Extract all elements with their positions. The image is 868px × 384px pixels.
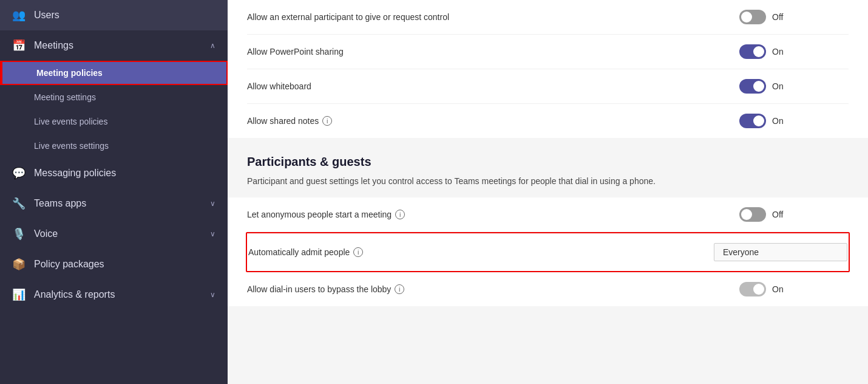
sidebar-label-live-events-settings: Live events settings	[34, 141, 215, 151]
setting-row-auto-admit: Automatically admit people i Everyone	[246, 232, 850, 272]
toggle-label-whiteboard: On	[772, 81, 790, 91]
toggle-thumb-external-participant	[741, 12, 752, 22]
auto-admit-dropdown[interactable]: Everyone	[714, 243, 847, 261]
sidebar-label-meetings: Meetings	[34, 40, 202, 51]
sidebar-item-analytics-reports[interactable]: 📊 Analytics & reports ∨	[0, 279, 228, 310]
setting-label-dialin-bypass: Allow dial-in users to bypass the lobby …	[247, 284, 727, 294]
participants-section-title: Participants & guests	[228, 138, 868, 175]
info-icon-anonymous-start[interactable]: i	[395, 210, 405, 219]
voice-icon: 🎙️	[12, 227, 25, 241]
setting-row-whiteboard: Allow whiteboard On	[247, 69, 849, 104]
setting-control-whiteboard: On	[739, 79, 849, 94]
toggle-thumb-anonymous-start	[741, 209, 752, 220]
setting-label-external-participant: Allow an external participant to give or…	[247, 12, 727, 22]
sidebar-label-users: Users	[34, 10, 215, 21]
sidebar-item-voice[interactable]: 🎙️ Voice ∨	[0, 219, 228, 249]
sidebar-label-meeting-settings: Meeting settings	[34, 92, 215, 102]
setting-row-anonymous-start: Let anonymous people start a meeting i O…	[247, 197, 849, 232]
sidebar-item-teams-apps[interactable]: 🔧 Teams apps ∨	[0, 188, 228, 219]
sidebar-item-messaging-policies[interactable]: 💬 Messaging policies	[0, 158, 228, 188]
chevron-down-analytics-icon: ∨	[210, 290, 215, 299]
teams-apps-icon: 🔧	[12, 197, 25, 210]
setting-control-external-participant: Off	[739, 10, 849, 24]
participants-section: Participants & guests Participant and gu…	[228, 138, 868, 306]
toggle-anonymous-start[interactable]	[739, 207, 766, 222]
sidebar-label-teams-apps: Teams apps	[34, 198, 202, 209]
sidebar-label-messaging-policies: Messaging policies	[34, 168, 215, 179]
toggle-label-shared-notes: On	[772, 116, 790, 126]
participants-card: Let anonymous people start a meeting i O…	[228, 197, 868, 306]
sidebar-item-live-events-policies[interactable]: Live events policies	[0, 109, 228, 134]
toggle-thumb-whiteboard	[753, 81, 764, 92]
setting-control-shared-notes: On	[739, 114, 849, 128]
sidebar-item-policy-packages[interactable]: 📦 Policy packages	[0, 249, 228, 279]
setting-row-external-participant: Allow an external participant to give or…	[247, 0, 849, 35]
setting-row-shared-notes: Allow shared notes i On	[247, 104, 849, 138]
toggle-external-participant[interactable]	[739, 10, 766, 24]
top-settings-card: Allow an external participant to give or…	[228, 0, 868, 138]
toggle-label-external-participant: Off	[772, 12, 790, 22]
setting-control-auto-admit: Everyone	[714, 243, 847, 261]
sidebar-item-users[interactable]: 👥 Users	[0, 0, 228, 30]
sidebar-item-meeting-policies[interactable]: Meeting policies	[0, 61, 228, 85]
toggle-label-powerpoint: On	[772, 47, 790, 57]
users-icon: 👥	[12, 9, 25, 22]
toggle-thumb-shared-notes	[753, 115, 764, 126]
policy-packages-icon: 📦	[12, 258, 25, 271]
chevron-up-icon: ∧	[210, 41, 215, 50]
info-icon-dialin-bypass[interactable]: i	[395, 284, 404, 294]
sidebar: 👥 Users 📅 Meetings ∧ Meeting policies Me…	[0, 0, 228, 384]
messaging-icon: 💬	[12, 166, 25, 180]
info-icon-auto-admit[interactable]: i	[353, 247, 363, 257]
setting-label-shared-notes: Allow shared notes i	[247, 116, 727, 126]
sidebar-item-meeting-settings[interactable]: Meeting settings	[0, 85, 228, 109]
analytics-icon: 📊	[12, 288, 25, 301]
meetings-icon: 📅	[12, 39, 25, 52]
setting-label-anonymous-start: Let anonymous people start a meeting i	[247, 210, 727, 219]
sidebar-label-live-events-policies: Live events policies	[34, 117, 215, 126]
setting-control-anonymous-start: Off	[739, 207, 849, 222]
chevron-down-teams-apps-icon: ∨	[210, 199, 215, 208]
toggle-powerpoint[interactable]	[739, 44, 766, 59]
setting-control-dialin-bypass: On	[739, 282, 849, 297]
setting-row-powerpoint: Allow PowerPoint sharing On	[247, 35, 849, 69]
toggle-thumb-dialin-bypass	[753, 284, 764, 295]
sidebar-item-live-events-settings[interactable]: Live events settings	[0, 134, 228, 158]
sidebar-label-meeting-policies: Meeting policies	[36, 68, 215, 78]
toggle-dialin-bypass[interactable]	[739, 282, 766, 297]
sidebar-label-voice: Voice	[34, 228, 202, 239]
setting-label-whiteboard: Allow whiteboard	[247, 81, 727, 91]
toggle-label-dialin-bypass: On	[772, 284, 790, 294]
setting-label-auto-admit: Automatically admit people i	[248, 247, 702, 257]
info-icon-shared-notes[interactable]: i	[322, 116, 332, 126]
sidebar-label-analytics-reports: Analytics & reports	[34, 289, 202, 300]
toggle-shared-notes[interactable]	[739, 114, 766, 128]
toggle-whiteboard[interactable]	[739, 79, 766, 94]
sidebar-label-policy-packages: Policy packages	[34, 259, 215, 270]
toggle-label-anonymous-start: Off	[772, 210, 790, 219]
setting-control-powerpoint: On	[739, 44, 849, 59]
participants-section-desc: Participant and guest settings let you c…	[228, 175, 868, 197]
setting-label-powerpoint: Allow PowerPoint sharing	[247, 47, 727, 57]
toggle-thumb-powerpoint	[753, 46, 764, 57]
main-content: Allow an external participant to give or…	[228, 0, 868, 384]
setting-row-dialin-bypass: Allow dial-in users to bypass the lobby …	[247, 272, 849, 306]
chevron-down-voice-icon: ∨	[210, 230, 215, 238]
sidebar-item-meetings[interactable]: 📅 Meetings ∧	[0, 30, 228, 61]
